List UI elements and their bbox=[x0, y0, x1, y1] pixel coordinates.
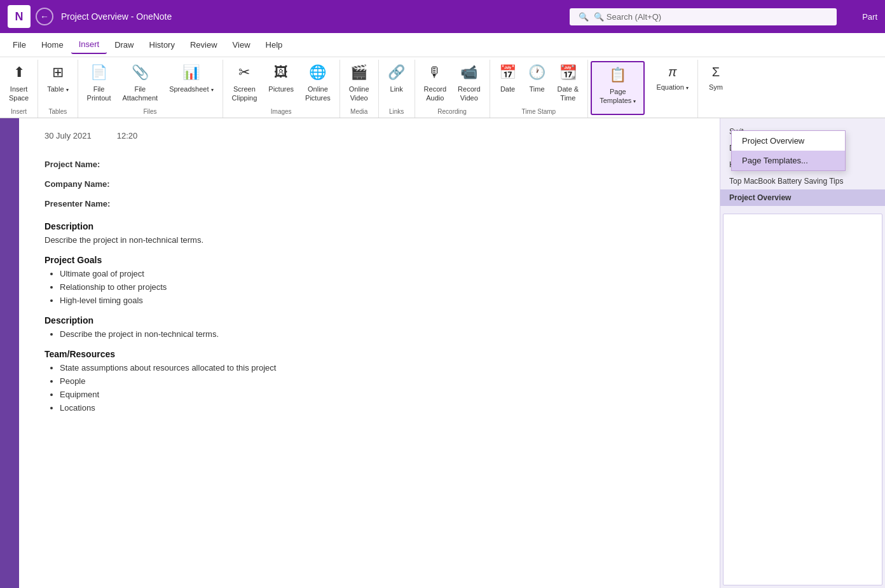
date-button[interactable]: 📅 Date bbox=[494, 60, 522, 96]
menu-home[interactable]: Home bbox=[34, 36, 71, 53]
insert-space-label: InsertSpace bbox=[9, 85, 29, 103]
app-body: 30 July 2021 12:20 Project Name: Company… bbox=[0, 118, 885, 588]
ribbon-group-equation-label bbox=[651, 114, 693, 118]
pictures-button[interactable]: 🖼 Pictures bbox=[263, 60, 299, 96]
time-button[interactable]: 🕐 Time bbox=[523, 60, 551, 96]
ribbon-group-page-templates-label bbox=[594, 110, 641, 114]
page-item-project-overview[interactable]: Project Overview bbox=[720, 189, 885, 206]
pictures-label: Pictures bbox=[268, 85, 294, 93]
ribbon-group-tables-label: Tables bbox=[42, 107, 73, 118]
ribbon-group-recording: 🎙 RecordAudio 📹 RecordVideo Recording bbox=[415, 60, 490, 118]
team-resources-list: State assumptions about resources alloca… bbox=[60, 363, 694, 413]
list-item: High-level timing goals bbox=[60, 296, 694, 305]
ribbon-group-page-templates: 📋 PageTemplates ▾ bbox=[591, 61, 645, 115]
page-templates-button[interactable]: 📋 PageTemplates ▾ bbox=[594, 62, 641, 107]
back-button[interactable]: ← bbox=[36, 8, 53, 25]
list-item: Locations bbox=[60, 403, 694, 413]
presenter-name-field: Presenter Name: bbox=[45, 199, 694, 209]
menu-review[interactable]: Review bbox=[182, 36, 225, 53]
symbol-label: Sym bbox=[709, 83, 723, 92]
file-attachment-button[interactable]: 📎 FileAttachment bbox=[117, 60, 163, 105]
main-content: 30 July 2021 12:20 Project Name: Company… bbox=[19, 118, 720, 588]
ribbon-group-insert-label: Insert bbox=[4, 107, 34, 118]
spreadsheet-button[interactable]: 📊 Spreadsheet ▾ bbox=[164, 60, 218, 96]
online-pictures-button[interactable]: 🌐 OnlinePictures bbox=[300, 60, 336, 105]
ribbon-group-insert-items: ⬆ InsertSpace bbox=[4, 60, 34, 107]
search-placeholder: 🔍 Search (Alt+Q) bbox=[594, 12, 661, 22]
spreadsheet-label: Spreadsheet ▾ bbox=[169, 85, 213, 93]
symbol-icon: Σ bbox=[712, 64, 720, 80]
ribbon-group-symbol: Σ Sym bbox=[698, 60, 734, 118]
dropdown-project-overview[interactable]: Project Overview bbox=[732, 131, 845, 151]
screen-clipping-icon: ✂ bbox=[238, 64, 250, 82]
page-preview bbox=[723, 214, 882, 585]
table-icon: ⊞ bbox=[52, 64, 64, 82]
description-text-1: Describe the project in non-technical te… bbox=[45, 235, 694, 245]
table-button[interactable]: ⊞ Table ▾ bbox=[42, 60, 73, 96]
equation-icon: π bbox=[668, 64, 676, 80]
note-content: Project Name: Company Name: Presenter Na… bbox=[45, 160, 694, 413]
ribbon-group-images-label: Images bbox=[227, 107, 336, 118]
project-goals-heading: Project Goals bbox=[45, 255, 694, 265]
ribbon-group-equation: π Equation ▾ bbox=[647, 60, 697, 118]
list-item: State assumptions about resources alloca… bbox=[60, 363, 694, 373]
menu-bar: File Home Insert Draw History Review Vie… bbox=[0, 33, 885, 57]
insert-space-icon: ⬆ bbox=[13, 64, 25, 82]
ribbon-group-links: 🔗 Link Links bbox=[379, 60, 415, 118]
insert-space-button[interactable]: ⬆ InsertSpace bbox=[4, 60, 34, 105]
equation-button[interactable]: π Equation ▾ bbox=[651, 60, 693, 94]
ribbon-group-images: ✂ ScreenClipping 🖼 Pictures 🌐 OnlinePict… bbox=[223, 60, 340, 118]
menu-view[interactable]: View bbox=[225, 36, 258, 53]
symbol-button[interactable]: Σ Sym bbox=[702, 60, 730, 94]
record-audio-label: RecordAudio bbox=[424, 85, 446, 103]
date-time-button[interactable]: 📆 Date &Time bbox=[552, 60, 584, 105]
user-label: Part bbox=[862, 12, 877, 22]
ribbon-group-media: 🎬 OnlineVideo Media bbox=[340, 60, 379, 118]
ribbon-group-recording-label: Recording bbox=[419, 107, 486, 118]
list-item: People bbox=[60, 376, 694, 386]
record-video-label: RecordVideo bbox=[458, 85, 480, 103]
notebook-strip bbox=[0, 118, 19, 588]
description-list-2: Describe the project in non-technical te… bbox=[60, 329, 694, 339]
list-item: Describe the project in non-technical te… bbox=[60, 329, 694, 339]
list-item: Equipment bbox=[60, 390, 694, 399]
screen-clipping-button[interactable]: ✂ ScreenClipping bbox=[227, 60, 263, 105]
link-button[interactable]: 🔗 Link bbox=[383, 60, 411, 96]
note-time: 12:20 bbox=[117, 131, 138, 140]
app-logo: N bbox=[8, 5, 31, 28]
ribbon-group-media-label: Media bbox=[344, 107, 374, 118]
menu-insert[interactable]: Insert bbox=[71, 36, 107, 54]
page-templates-label: PageTemplates ▾ bbox=[600, 87, 636, 106]
project-goals-list: Ultimate goal of project Relationship to… bbox=[60, 269, 694, 305]
menu-file[interactable]: File bbox=[5, 36, 34, 53]
ribbon-group-timestamp-label: Time Stamp bbox=[494, 107, 584, 118]
page-item-macbook-battery[interactable]: Top MacBook Battery Saving Tips bbox=[720, 173, 885, 189]
menu-draw[interactable]: Draw bbox=[107, 36, 141, 53]
dropdown-page-templates[interactable]: Page Templates... bbox=[732, 151, 845, 170]
search-bar[interactable]: 🔍 🔍 Search (Alt+Q) bbox=[570, 8, 837, 25]
ribbon-group-insert: ⬆ InsertSpace Insert bbox=[0, 60, 38, 118]
online-video-button[interactable]: 🎬 OnlineVideo bbox=[344, 60, 374, 105]
record-video-button[interactable]: 📹 RecordVideo bbox=[453, 60, 485, 105]
description-heading-2: Description bbox=[45, 315, 694, 325]
ribbon-group-timestamp: 📅 Date 🕐 Time 📆 Date &Time Time Stamp bbox=[490, 60, 589, 118]
team-resources-heading: Team/Resources bbox=[45, 349, 694, 359]
ribbon: ⬆ InsertSpace Insert ⊞ Table ▾ Tables 📄 … bbox=[0, 57, 885, 118]
ribbon-group-files: 📄 FilePrintout 📎 FileAttachment 📊 Spread… bbox=[78, 60, 223, 118]
right-panel: Swit... DVD... How to Use App Library on… bbox=[720, 118, 885, 588]
menu-history[interactable]: History bbox=[142, 36, 182, 53]
page-templates-dropdown: Project Overview Page Templates... bbox=[731, 130, 846, 171]
table-label: Table ▾ bbox=[47, 85, 68, 93]
record-video-icon: 📹 bbox=[460, 64, 477, 82]
date-time-label: Date &Time bbox=[558, 85, 579, 103]
spreadsheet-icon: 📊 bbox=[182, 64, 200, 82]
file-attachment-icon: 📎 bbox=[132, 64, 149, 82]
title-bar: N ← Project Overview - OneNote 🔍 🔍 Searc… bbox=[0, 0, 885, 33]
record-audio-button[interactable]: 🎙 RecordAudio bbox=[419, 60, 451, 105]
menu-help[interactable]: Help bbox=[258, 36, 291, 53]
date-icon: 📅 bbox=[499, 64, 516, 82]
date-time-icon: 📆 bbox=[559, 64, 577, 82]
time-icon: 🕐 bbox=[528, 64, 545, 82]
ribbon-group-links-label: Links bbox=[383, 107, 411, 118]
file-printout-button[interactable]: 📄 FilePrintout bbox=[82, 60, 116, 105]
